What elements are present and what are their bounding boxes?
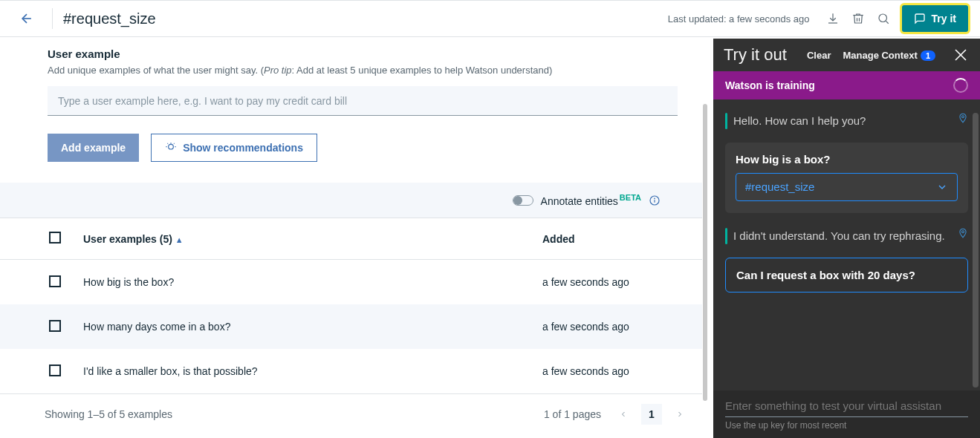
bot-text: Hello. How can I help you? <box>733 113 947 129</box>
bot-message: I didn't understand. You can try rephras… <box>725 228 968 244</box>
training-text: Watson is training <box>725 79 815 91</box>
chat-area: Hello. How can I help you? How big is a … <box>713 99 980 390</box>
select-all-checkbox[interactable] <box>49 232 61 243</box>
showing-text: Showing 1–5 of 5 examples <box>45 408 172 420</box>
header-divider <box>52 8 53 29</box>
main-scrollbar[interactable] <box>703 104 707 401</box>
column-user-examples[interactable]: User examples (5)▲ <box>83 233 542 245</box>
example-added: a few seconds ago <box>542 365 629 377</box>
column-added[interactable]: Added <box>542 233 575 245</box>
example-added: a few seconds ago <box>542 321 629 333</box>
back-arrow-icon[interactable] <box>12 11 42 26</box>
try-it-button[interactable]: Try it <box>902 5 968 32</box>
example-text: I'd like a smaller box, is that possible… <box>83 365 542 377</box>
main-content: User example Add unique examples of what… <box>0 37 702 162</box>
annotate-toggle[interactable] <box>513 195 533 206</box>
last-updated-text: Last updated: a few seconds ago <box>668 13 810 24</box>
info-icon[interactable] <box>649 195 661 206</box>
next-page-icon[interactable] <box>675 410 684 419</box>
user-question: Can I request a box with 20 days? <box>736 269 957 281</box>
panel-title: Try it out <box>724 45 787 65</box>
user-example-heading: User example <box>48 48 702 60</box>
svg-line-8 <box>174 143 175 144</box>
intent-label: #request_size <box>745 180 814 193</box>
row-checkbox[interactable] <box>49 365 61 376</box>
try-it-label: Try it <box>932 13 956 24</box>
spinner-icon <box>953 78 968 93</box>
user-example-input[interactable] <box>48 86 678 116</box>
svg-point-15 <box>962 231 964 233</box>
chat-input[interactable] <box>725 390 968 417</box>
table-row[interactable]: How many days come in a box? a few secon… <box>0 304 702 349</box>
table-row[interactable]: How big is the box? a few seconds ago <box>0 260 702 304</box>
intent-dropdown[interactable]: #request_size <box>736 173 958 201</box>
download-icon[interactable] <box>820 6 846 31</box>
search-icon[interactable] <box>871 6 896 31</box>
sort-asc-icon: ▲ <box>175 235 184 244</box>
trash-icon[interactable] <box>846 6 871 31</box>
svg-point-3 <box>169 144 174 149</box>
example-added: a few seconds ago <box>542 276 629 288</box>
try-it-panel: Try it out Clear Manage Context1 Watson … <box>713 39 980 438</box>
pages-text: 1 of 1 pages <box>544 408 601 420</box>
manage-context-button[interactable]: Manage Context1 <box>843 50 935 61</box>
svg-point-11 <box>655 198 655 199</box>
clear-button[interactable]: Clear <box>807 50 831 61</box>
add-example-button[interactable]: Add example <box>48 134 139 162</box>
user-message-card: How big is a box? #request_size <box>725 143 968 213</box>
beta-badge: BETA <box>620 193 641 202</box>
location-icon[interactable] <box>958 228 968 238</box>
chat-input-hint: Use the up key for most recent <box>725 420 968 431</box>
lightbulb-icon <box>165 142 177 154</box>
example-text: How big is the box? <box>83 276 542 288</box>
context-badge: 1 <box>921 50 935 61</box>
table-footer: Showing 1–5 of 5 examples 1 of 1 pages 1 <box>0 393 702 434</box>
table-row[interactable]: I'd like a smaller box, is that possible… <box>0 349 702 393</box>
show-recommendations-button[interactable]: Show recommendations <box>151 134 317 162</box>
show-recommendations-label: Show recommendations <box>183 142 303 154</box>
panel-scrollbar[interactable] <box>973 113 979 388</box>
row-checkbox[interactable] <box>49 275 61 287</box>
close-icon[interactable] <box>952 46 970 64</box>
svg-line-2 <box>886 21 888 23</box>
prev-page-icon[interactable] <box>619 410 628 419</box>
user-example-subtext: Add unique examples of what the user mig… <box>48 65 702 76</box>
examples-table: Annotate entitiesBETA User examples (5)▲… <box>0 183 702 434</box>
training-banner: Watson is training <box>713 71 980 99</box>
table-header-row: User examples (5)▲ Added <box>0 218 702 260</box>
example-text: How many days come in a box? <box>83 321 542 333</box>
svg-point-14 <box>962 116 964 118</box>
bot-text: I didn't understand. You can try rephras… <box>733 228 947 244</box>
svg-line-7 <box>167 143 168 144</box>
panel-header: Try it out Clear Manage Context1 <box>713 39 980 71</box>
intent-title: #request_size <box>63 10 156 27</box>
page-header: #request_size Last updated: a few second… <box>0 0 980 37</box>
chevron-down-icon <box>936 181 948 193</box>
svg-point-1 <box>879 14 887 22</box>
chat-icon <box>914 13 926 24</box>
location-icon[interactable] <box>958 113 968 123</box>
user-question: How big is a box? <box>736 153 958 166</box>
current-page[interactable]: 1 <box>641 404 662 425</box>
user-message-card: Can I request a box with 20 days? <box>725 258 968 292</box>
row-checkbox[interactable] <box>49 320 61 332</box>
annotate-bar: Annotate entitiesBETA <box>0 183 702 218</box>
bot-message: Hello. How can I help you? <box>725 113 968 129</box>
annotate-label: Annotate entitiesBETA <box>541 193 641 207</box>
panel-input-area: Use the up key for most recent <box>713 390 980 438</box>
